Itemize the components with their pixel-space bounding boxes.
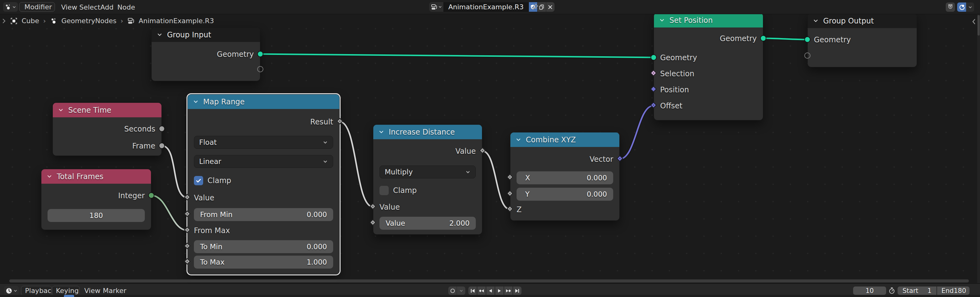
frame-start-field[interactable]: Start 1 [897, 286, 937, 295]
node-header[interactable]: Increase Distance [373, 125, 482, 139]
socket-label: From Max [194, 226, 230, 235]
timeline-editor-selector[interactable] [4, 286, 19, 295]
node-header[interactable]: Map Range [188, 94, 339, 109]
play-button[interactable] [495, 286, 504, 295]
link-vector-to-offset[interactable] [620, 106, 654, 159]
node-header[interactable]: Combine XYZ [511, 132, 619, 147]
horizontal-scrollbar[interactable] [9, 280, 969, 283]
snapping-toggle-button[interactable] [946, 2, 955, 12]
menu-add[interactable]: Add [99, 0, 116, 14]
collapse-chevron-icon[interactable] [515, 137, 522, 143]
socket-geometry-input[interactable] [651, 54, 657, 60]
node-map-range[interactable]: Map Range Result Float Linear Clamp Valu… [188, 94, 340, 275]
to-min-field[interactable]: To Min 0.000 [194, 240, 333, 253]
link-value-to-combine-z[interactable] [482, 151, 510, 209]
integer-value-field[interactable]: 180 [48, 209, 145, 222]
field-label: Y [523, 190, 530, 198]
node-editor-canvas[interactable]: Cube › GeometryNodes › AnimationExample.… [0, 14, 980, 283]
socket-label: Offset [660, 102, 682, 110]
node-tree-name-field[interactable]: AnimationExample.R3 [443, 2, 528, 12]
socket-integer-output[interactable] [148, 192, 154, 199]
socket-geometry-input[interactable] [804, 37, 810, 43]
use-preview-range-button[interactable] [888, 287, 896, 295]
socket-row-seconds: Seconds [53, 124, 161, 134]
auto-key-options-chevron[interactable] [457, 286, 465, 295]
node-set-position[interactable]: Set Position Geometry Geometry Selection… [654, 13, 763, 121]
data-type-dropdown[interactable]: Float [194, 136, 333, 149]
browse-node-tree-button[interactable] [429, 2, 443, 12]
to-max-field[interactable]: To Max 1.000 [194, 256, 333, 268]
link-group-input-to-set-position[interactable] [260, 54, 654, 57]
field-label: X [523, 174, 530, 182]
close-icon [547, 4, 553, 10]
node-total-frames[interactable]: Total Frames Integer 180 [41, 169, 151, 230]
next-keyframe-button[interactable] [504, 286, 512, 295]
link-frame-to-map-range-value[interactable] [162, 146, 188, 198]
menu-node[interactable]: Node [116, 0, 137, 14]
node-increase-distance[interactable]: Increase Distance Value Multiply Clamp V… [373, 124, 482, 235]
play-reverse-button[interactable] [486, 286, 495, 295]
collapse-chevron-icon[interactable] [58, 107, 64, 113]
collapse-chevron-icon[interactable] [46, 173, 52, 179]
end-value: 180 [954, 287, 966, 295]
node-header[interactable]: Set Position [654, 13, 763, 27]
node-header[interactable]: Group Input [151, 27, 260, 42]
collapse-chevron-icon[interactable] [192, 99, 199, 105]
editor-type-selector[interactable] [3, 2, 18, 12]
socket-geometry-output[interactable] [257, 51, 263, 57]
keying-menu[interactable]: Keying [52, 286, 80, 295]
value-field[interactable]: Value 2.000 [379, 217, 476, 230]
interpolation-dropdown[interactable]: Linear [194, 155, 333, 168]
frame-end-field[interactable]: End 180 [937, 286, 969, 295]
from-min-field[interactable]: From Min 0.000 [194, 208, 333, 221]
chevron-down-icon [323, 159, 328, 164]
node-header[interactable]: Scene Time [53, 103, 161, 118]
clamp-checkbox[interactable] [379, 186, 389, 195]
node-group-input[interactable]: Group Input Geometry [151, 27, 260, 81]
jump-to-start-button[interactable] [468, 286, 477, 295]
link-result-to-increase-distance[interactable] [340, 122, 373, 207]
node-group-output[interactable]: Group Output Geometry [807, 13, 917, 67]
socket-row-integer: Integer [41, 191, 151, 201]
current-frame-field[interactable]: 10 [853, 286, 886, 295]
collapse-chevron-icon[interactable] [813, 18, 819, 24]
jump-start-icon [469, 288, 476, 294]
node-scene-time[interactable]: Scene Time Seconds Frame [52, 103, 162, 156]
socket-seconds-output[interactable] [159, 125, 165, 132]
snap-options-chevron[interactable] [966, 2, 974, 12]
shader-context-dropdown[interactable]: Modifier [19, 2, 55, 12]
auto-key-toggle[interactable] [448, 286, 457, 295]
jump-to-end-button[interactable] [513, 286, 522, 295]
x-field[interactable]: X 0.000 [517, 172, 613, 184]
clamp-checkbox[interactable] [194, 176, 203, 185]
socket-frame-output[interactable] [159, 143, 165, 149]
socket-virtual[interactable] [804, 52, 810, 59]
snap-target-dropdown[interactable] [957, 2, 974, 12]
unlink-button[interactable] [546, 2, 555, 12]
prev-keyframe-icon [479, 288, 484, 294]
node-header[interactable]: Total Frames [41, 169, 151, 184]
y-field[interactable]: Y 0.000 [517, 188, 613, 201]
timeline-playhead[interactable] [64, 295, 74, 297]
socket-geometry-output[interactable] [760, 35, 766, 41]
collapse-chevron-icon[interactable] [156, 32, 163, 38]
link-set-position-to-group-output[interactable] [763, 38, 807, 40]
menu-view[interactable]: View [59, 0, 79, 14]
pin-button[interactable] [531, 3, 539, 11]
node-header[interactable]: Group Output [808, 14, 917, 28]
collapse-chevron-icon[interactable] [659, 17, 665, 24]
socket-row-from-max: From Max [188, 226, 339, 236]
playback-menu[interactable]: Playback [21, 286, 52, 295]
socket-label: Integer [118, 191, 145, 200]
node-title: Total Frames [57, 172, 103, 181]
node-combine-xyz[interactable]: Combine XYZ Vector X 0.000 Y 0.000 Z [510, 132, 620, 221]
socket-virtual[interactable] [257, 66, 263, 72]
collapse-chevron-icon[interactable] [378, 129, 384, 135]
link-integer-to-from-max[interactable] [151, 195, 188, 230]
snap-mode-button[interactable] [957, 2, 966, 12]
previous-keyframe-button[interactable] [477, 286, 486, 295]
field-value: 1.000 [307, 258, 327, 266]
timeline-content-strip[interactable] [0, 295, 980, 297]
node-editor-header: Modifier View Select Add Node AnimationE… [0, 0, 980, 14]
operation-dropdown[interactable]: Multiply [379, 165, 476, 178]
